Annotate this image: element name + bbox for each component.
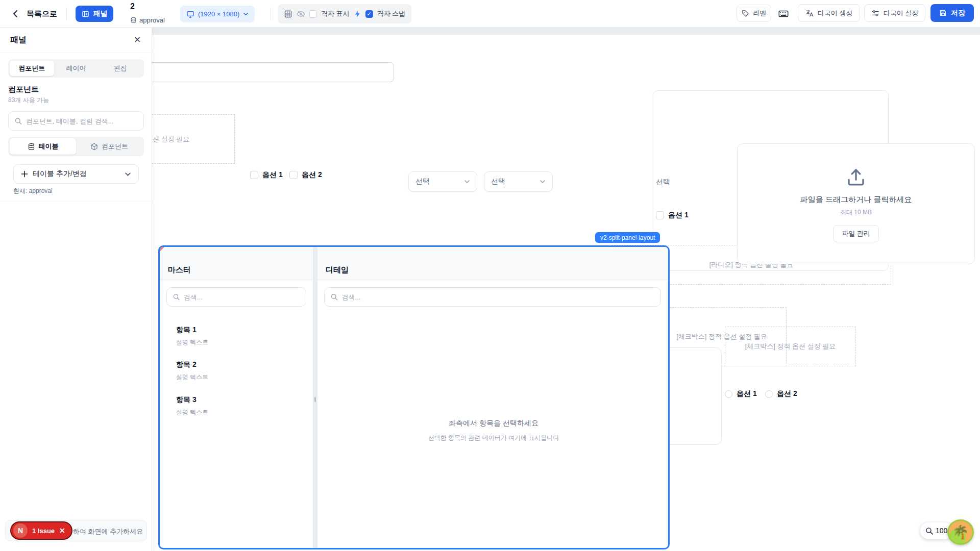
grid-show-label[interactable]: 격자 표시 [321, 9, 350, 18]
close-icon[interactable]: ✕ [131, 34, 143, 46]
selection-corner-marker [160, 247, 164, 252]
checkbox-warning-text: [체크박스] 정적 옵션 설정 필요 [745, 342, 836, 351]
radio-icon[interactable] [765, 390, 773, 398]
file-manage-button[interactable]: 파일 관리 [833, 225, 879, 242]
magnifier-icon [925, 527, 933, 535]
back-button[interactable] [11, 0, 20, 28]
item-desc: 설명 텍스트 [176, 373, 208, 382]
master-search-input[interactable] [184, 293, 300, 301]
i18n-settings-button[interactable]: 다국어 설정 [864, 4, 925, 22]
page-number: 2 [130, 2, 135, 11]
add-table-label: 테이블 추가/변경 [33, 169, 120, 179]
search-icon [331, 293, 338, 300]
component-search-box[interactable] [8, 111, 144, 131]
issue-badge[interactable]: N 1 Issue ✕ [10, 521, 72, 540]
search-icon [173, 293, 180, 300]
detail-empty-state: 좌측에서 항목을 선택하세요 선택한 항목의 관련 데이터가 여기에 표시됩니다 [317, 313, 670, 548]
panel-title: 패널 [10, 35, 27, 45]
screen-size-value: (980 × 551) [198, 10, 239, 18]
keyboard-shortcuts-button[interactable] [778, 0, 789, 28]
tab-layers[interactable]: 레이어 [54, 61, 99, 76]
save-button[interactable]: 저장 [930, 4, 974, 22]
label-button-label: 라벨 [753, 9, 767, 18]
master-search-box[interactable] [166, 287, 306, 307]
back-label[interactable]: 목록으로 [27, 0, 57, 28]
panel-header: 패널 ✕ [0, 28, 152, 53]
tab-components[interactable]: 컴포넌트 [10, 61, 54, 76]
toggle-component-button[interactable]: 컴포넌트 [76, 138, 142, 155]
grid-show-checkbox[interactable] [309, 10, 317, 18]
checkbox-label[interactable]: 옵션 2 [302, 170, 322, 180]
checkbox-option-2[interactable]: 옵션 2 [289, 170, 322, 180]
drag-hint-text: 하여 화면에 추가하세요 [73, 527, 143, 536]
checkbox-label[interactable]: 옵션 1 [262, 170, 283, 180]
container-checkbox-option-1[interactable]: 옵션 1 [656, 211, 689, 220]
divider [0, 201, 152, 202]
detail-pane-header: 디테일 [317, 247, 668, 280]
upload-size-limit: 최대 10 MB [840, 208, 872, 217]
i18n-generate-button[interactable]: 다국어 생성 [798, 4, 860, 22]
search-icon [15, 117, 22, 125]
toggle-table-button[interactable]: 테이블 [10, 138, 76, 155]
tab-edit[interactable]: 편집 [98, 61, 142, 76]
sliders-icon [871, 9, 879, 17]
i18n-settings-label: 다국어 설정 [884, 9, 919, 18]
panel-tabs: 컴포넌트 레이어 편집 [8, 59, 144, 78]
detail-search-box[interactable] [324, 287, 661, 307]
checkbox-option-1[interactable]: 옵션 1 [250, 170, 283, 180]
grid-snap-checkbox[interactable]: ✓ [365, 10, 373, 18]
split-panel-layout-widget[interactable]: 마스터 항목 1 설명 텍스트 항목 2 설명 텍스트 항목 3 설명 텍스트 … [158, 245, 670, 549]
master-list-item-3[interactable]: 항목 3 설명 텍스트 [176, 395, 208, 417]
panel-toggle-button[interactable]: 패널 [76, 6, 113, 22]
source-toggle: 테이블 컴포넌트 [8, 137, 144, 156]
top-toolbar: 목록으로 패널 2 approval (980 × 551) 격자 표시 ✓… [0, 0, 980, 28]
upload-icon [845, 166, 867, 188]
close-icon[interactable]: ✕ [59, 527, 65, 535]
select-widget-2[interactable]: 선택 [484, 171, 553, 192]
chevron-down-icon [464, 179, 470, 185]
components-count: 83개 사용 가능 [8, 96, 49, 105]
component-search-input[interactable] [26, 117, 137, 125]
chevron-down-icon [125, 171, 131, 178]
radio-icon[interactable] [725, 390, 732, 398]
select-value: 선택 [491, 177, 505, 186]
detail-search-input[interactable] [342, 293, 654, 301]
item-desc: 설명 텍스트 [176, 338, 208, 347]
item-title: 항목 2 [176, 360, 208, 369]
grid-snap-label[interactable]: 격자 스냅 [377, 9, 406, 18]
panel-button-label: 패널 [93, 9, 108, 18]
save-icon [939, 9, 947, 17]
detail-pane-title: 디테일 [326, 265, 349, 275]
split-resizer-handle[interactable] [313, 247, 317, 548]
checkbox-label[interactable]: 옵션 1 [668, 211, 689, 220]
checkbox-icon[interactable] [250, 171, 258, 179]
screen-size-dropdown[interactable]: (980 × 551) [180, 6, 255, 22]
radio-label[interactable]: 옵션 2 [777, 389, 797, 398]
radio-label[interactable]: 옵션 1 [737, 389, 757, 398]
master-list-item-2[interactable]: 항목 2 설명 텍스트 [176, 360, 208, 382]
issue-logo: N [13, 523, 28, 538]
select-widget-1[interactable]: 선택 [408, 171, 477, 192]
checkbox-icon[interactable] [656, 211, 664, 219]
arrow-left-icon [11, 9, 20, 18]
island-sticker-icon[interactable]: 🌴 [947, 519, 974, 545]
checkbox-warning-placeholder-2[interactable]: [체크박스] 정적 옵션 설정 필요 [725, 327, 856, 366]
table-name: approval [139, 16, 165, 24]
container-select-value[interactable]: 선택 [656, 178, 670, 187]
master-pane-header: 마스터 [160, 247, 313, 280]
save-button-label: 저장 [951, 9, 965, 18]
package-icon [90, 143, 98, 151]
radio-option-1[interactable]: 옵션 1 [725, 389, 757, 398]
i18n-generate-label: 다국어 생성 [818, 9, 853, 18]
chevron-down-icon [243, 11, 249, 17]
current-table-label: 현재: approval [13, 187, 53, 195]
file-upload-dropzone[interactable]: 파일을 드래그하거나 클릭하세요 최대 10 MB 파일 관리 [737, 143, 975, 264]
checkbox-icon[interactable] [289, 171, 298, 179]
label-button[interactable]: 라벨 [737, 5, 771, 22]
monitor-icon [186, 10, 194, 18]
add-table-dropdown[interactable]: 테이블 추가/변경 [13, 164, 139, 184]
radio-option-2[interactable]: 옵션 2 [765, 389, 797, 398]
master-list-item-1[interactable]: 항목 1 설명 텍스트 [176, 325, 208, 347]
resizer-grip[interactable] [314, 397, 316, 402]
select-value: 선택 [415, 177, 430, 186]
